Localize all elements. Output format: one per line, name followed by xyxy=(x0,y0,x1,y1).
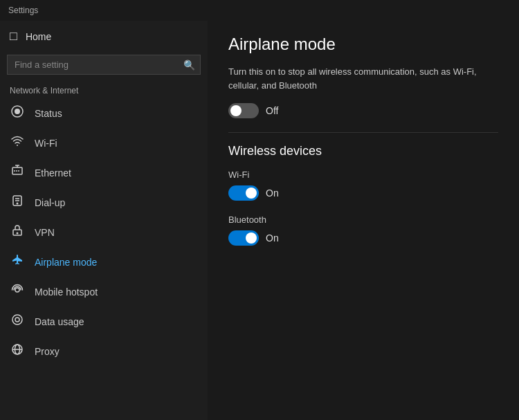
airplane-icon xyxy=(10,254,25,270)
svg-point-1 xyxy=(15,109,20,114)
airplane-description: Turn this on to stop all wireless commun… xyxy=(228,65,498,92)
wireless-section-title: Wireless devices xyxy=(228,144,498,158)
wifi-toggle[interactable] xyxy=(228,185,259,201)
svg-point-2 xyxy=(17,145,18,146)
bluetooth-device-label: Bluetooth xyxy=(228,214,498,225)
svg-point-10 xyxy=(17,203,19,205)
ethernet-icon xyxy=(10,165,25,181)
bluetooth-toggle-thumb xyxy=(246,232,257,244)
airplane-toggle[interactable] xyxy=(228,103,259,118)
svg-rect-3 xyxy=(12,167,22,174)
sidebar-item-airplane[interactable]: Airplane mode xyxy=(0,247,208,277)
datausage-icon xyxy=(10,313,25,329)
sidebar-item-wifi[interactable]: Wi-Fi xyxy=(0,128,208,158)
wifi-toggle-track[interactable] xyxy=(228,185,259,201)
hotspot-icon xyxy=(10,284,25,300)
hotspot-label: Mobile hotspot xyxy=(35,286,98,298)
svg-point-17 xyxy=(15,318,19,322)
svg-point-16 xyxy=(12,315,22,325)
proxy-icon xyxy=(10,343,25,359)
status-icon xyxy=(10,105,25,121)
bluetooth-toggle-label: On xyxy=(266,232,279,244)
airplane-toggle-row: Off xyxy=(228,103,498,118)
search-input[interactable] xyxy=(7,55,201,75)
search-icon: 🔍 xyxy=(183,60,195,71)
dialup-label: Dial-up xyxy=(35,197,65,208)
datausage-label: Data usage xyxy=(35,316,84,327)
wifi-icon xyxy=(10,135,25,151)
vpn-label: VPN xyxy=(35,227,55,238)
sidebar-item-datausage[interactable]: Data usage xyxy=(0,307,208,336)
wifi-toggle-thumb xyxy=(246,188,257,199)
wifi-label: Wi-Fi xyxy=(35,138,57,149)
main-content: Airplane mode Turn this on to stop all w… xyxy=(208,21,519,420)
divider xyxy=(228,132,498,133)
wifi-device-label: Wi-Fi xyxy=(228,170,498,180)
wifi-toggle-label: On xyxy=(266,188,279,199)
vpn-icon xyxy=(10,224,25,240)
airplane-toggle-thumb xyxy=(230,105,242,116)
sidebar-item-status[interactable]: Status xyxy=(0,98,208,128)
wifi-toggle-row: On xyxy=(228,185,498,201)
bluetooth-toggle[interactable] xyxy=(228,230,259,246)
sidebar-item-vpn[interactable]: VPN xyxy=(0,217,208,247)
page-title: Airplane mode xyxy=(228,35,498,54)
section-label: Network & Internet xyxy=(0,82,208,98)
bluetooth-toggle-track[interactable] xyxy=(228,230,259,246)
home-icon: □ xyxy=(10,29,17,44)
airplane-label: Airplane mode xyxy=(35,257,97,268)
airplane-toggle-track[interactable] xyxy=(228,103,259,118)
dialup-icon xyxy=(10,194,25,210)
ethernet-label: Ethernet xyxy=(35,167,71,179)
search-box: 🔍 xyxy=(7,55,201,75)
sidebar-item-dialup[interactable]: Dial-up xyxy=(0,188,208,217)
svg-point-15 xyxy=(15,288,19,292)
app-title: Settings xyxy=(8,6,38,15)
airplane-toggle-label: Off xyxy=(266,105,278,116)
sidebar-item-home[interactable]: □ Home xyxy=(0,21,208,52)
sidebar: □ Home 🔍 Network & Internet Status xyxy=(0,21,208,420)
bluetooth-toggle-row: On xyxy=(228,230,498,246)
sidebar-item-hotspot[interactable]: Mobile hotspot xyxy=(0,277,208,307)
proxy-label: Proxy xyxy=(35,346,60,357)
sidebar-item-ethernet[interactable]: Ethernet xyxy=(0,158,208,188)
status-label: Status xyxy=(35,108,62,119)
title-bar: Settings xyxy=(0,0,519,21)
sidebar-item-proxy[interactable]: Proxy xyxy=(0,336,208,366)
svg-point-14 xyxy=(17,232,19,235)
home-label: Home xyxy=(26,31,51,42)
